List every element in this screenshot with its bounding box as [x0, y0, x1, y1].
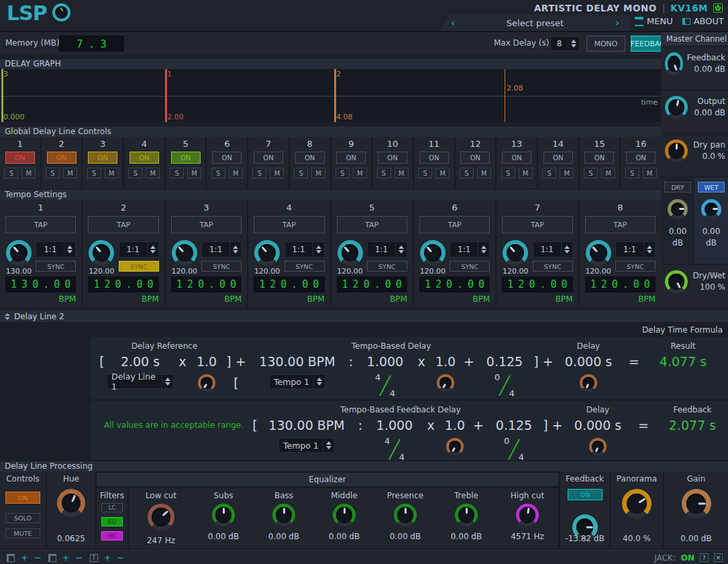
window-layout-icon[interactable]	[7, 554, 15, 562]
channel-on-button[interactable]: ON	[295, 152, 325, 164]
delay-reference-select[interactable]: Delay Line 1	[107, 374, 174, 389]
channel-solo-button[interactable]: S	[211, 168, 225, 178]
channel-on-button[interactable]: ON	[212, 152, 242, 164]
zoom-out-icon[interactable]: −	[76, 554, 83, 562]
delay-add-knob[interactable]	[589, 438, 607, 455]
feedback-on-button[interactable]: ON	[568, 489, 603, 500]
channel-solo-button[interactable]: S	[460, 168, 474, 178]
stepper-arrows-icon[interactable]	[313, 375, 325, 388]
channel-mute-button[interactable]: M	[560, 168, 574, 178]
window-layout-icon[interactable]	[48, 554, 56, 562]
sync-button[interactable]: SYNC	[367, 261, 407, 272]
tempo-lcd[interactable]: 120.00	[88, 276, 158, 292]
power-icon[interactable]	[713, 3, 723, 13]
sort-arrows-icon[interactable]	[5, 313, 10, 320]
channel-solo-button[interactable]: S	[252, 168, 266, 178]
max-delay-stepper[interactable]: 8	[550, 36, 580, 51]
tempo-knob[interactable]	[6, 240, 32, 266]
stepper-arrows-icon[interactable]	[64, 242, 75, 257]
ratio-stepper[interactable]: 1:1	[119, 241, 159, 258]
tap-button[interactable]: TAP	[88, 216, 158, 233]
menu-button[interactable]: MENU	[635, 16, 673, 26]
tempo-knob[interactable]	[337, 240, 363, 266]
delay-add-knob[interactable]	[580, 374, 597, 392]
channel-mute-button[interactable]: M	[105, 168, 119, 178]
graph-marker-feedback[interactable]: 2.08	[505, 69, 505, 122]
zoom-in-icon[interactable]: +	[62, 554, 70, 562]
channel-mute-button[interactable]: M	[229, 168, 243, 178]
tempo-lcd[interactable]: 120.00	[502, 276, 572, 292]
graph-marker-line2[interactable]: 2 4.08	[334, 69, 336, 122]
channel-solo-button[interactable]: S	[87, 168, 101, 178]
channel-on-button[interactable]: ON	[502, 152, 531, 164]
tempo-select[interactable]: Tempo 1	[278, 438, 335, 453]
dry-pan-knob[interactable]	[665, 139, 688, 162]
channel-on-button[interactable]: ON	[336, 152, 366, 164]
beat-multiplier-knob[interactable]	[437, 374, 454, 392]
channel-solo-button[interactable]: S	[542, 168, 556, 178]
dry-gain-knob[interactable]	[668, 199, 688, 219]
channel-mute-button[interactable]: M	[63, 168, 77, 178]
tempo-knob[interactable]	[420, 240, 446, 266]
help-icon[interactable]: ?	[700, 553, 709, 562]
channel-on-button[interactable]: ON	[543, 152, 573, 164]
line-solo-button[interactable]: SOLO	[5, 513, 40, 523]
channel-mute-button[interactable]: M	[643, 168, 657, 178]
channel-on-button[interactable]: ON	[254, 152, 283, 164]
channel-mute-button[interactable]: M	[395, 168, 409, 178]
sync-button[interactable]: SYNC	[284, 261, 325, 272]
line-mute-button[interactable]: MUTE	[5, 528, 40, 539]
sync-button[interactable]: SYNC	[201, 261, 242, 272]
ratio-stepper[interactable]: 1:1	[367, 241, 407, 258]
channel-solo-button[interactable]: S	[584, 168, 598, 178]
stepper-arrows-icon[interactable]	[395, 242, 407, 257]
stepper-arrows-icon[interactable]	[323, 439, 334, 452]
channel-solo-button[interactable]: S	[377, 168, 391, 178]
sync-button[interactable]: SYNC	[36, 261, 76, 272]
tempo-lcd[interactable]: 120.00	[419, 276, 490, 292]
line-on-button[interactable]: ON	[5, 492, 40, 504]
channel-solo-button[interactable]: S	[46, 168, 60, 178]
channel-mute-button[interactable]: M	[311, 168, 325, 178]
channel-mute-button[interactable]: M	[187, 168, 201, 178]
tap-button[interactable]: TAP	[337, 216, 407, 233]
tap-button[interactable]: TAP	[585, 216, 656, 233]
preset-prev-button[interactable]: ‹	[439, 17, 466, 28]
reference-multiplier-knob[interactable]	[198, 374, 215, 392]
mono-button[interactable]: MONO	[586, 36, 625, 52]
zoom-out-icon[interactable]: −	[117, 554, 125, 562]
tempo-lcd[interactable]: 120.00	[254, 276, 324, 292]
add-fraction[interactable]: 04	[492, 374, 517, 397]
dry-wet-knob[interactable]	[665, 270, 688, 293]
wet-button[interactable]: WET	[698, 182, 725, 192]
stepper-arrows-icon[interactable]	[643, 242, 655, 257]
stepper-arrows-icon[interactable]	[313, 242, 324, 257]
master-output-knob[interactable]	[665, 96, 688, 119]
high-cut-knob[interactable]	[516, 504, 539, 526]
channel-mute-button[interactable]: M	[21, 168, 36, 178]
channel-solo-button[interactable]: S	[294, 168, 308, 178]
panorama-knob[interactable]	[622, 489, 652, 518]
channel-solo-button[interactable]: S	[128, 168, 142, 178]
middle-knob[interactable]	[333, 504, 356, 526]
tap-button[interactable]: TAP	[502, 216, 572, 233]
stepper-arrows-icon[interactable]	[162, 375, 173, 388]
tempo-knob[interactable]	[254, 240, 280, 266]
tempo-select[interactable]: Tempo 1	[269, 374, 325, 389]
channel-on-button[interactable]: ON	[419, 152, 449, 164]
tempo-knob[interactable]	[503, 240, 528, 266]
stepper-arrows-icon[interactable]	[478, 242, 489, 257]
channel-on-button[interactable]: ON	[47, 152, 76, 164]
channel-on-button[interactable]: ON	[88, 152, 117, 164]
graph-marker-line3[interactable]: 3 0.000	[1, 69, 3, 122]
ratio-stepper[interactable]: 1:1	[284, 241, 325, 258]
wet-gain-knob[interactable]	[701, 199, 721, 219]
presence-knob[interactable]	[394, 504, 417, 526]
channel-solo-button[interactable]: S	[170, 168, 184, 178]
add-fraction[interactable]: 04	[502, 438, 526, 460]
sync-button[interactable]: SYNC	[533, 261, 573, 272]
ratio-stepper[interactable]: 1:1	[450, 241, 490, 258]
channel-solo-button[interactable]: S	[418, 168, 432, 178]
channel-on-button[interactable]: ON	[129, 152, 159, 164]
dry-button[interactable]: DRY	[664, 182, 691, 192]
